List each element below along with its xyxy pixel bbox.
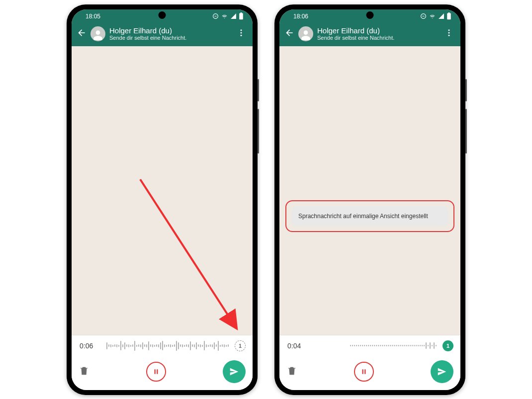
svg-rect-12 [447, 13, 451, 20]
view-once-number: 1 [446, 343, 449, 349]
recording-bar: 0:04 1 [279, 335, 460, 356]
header-subtitle: Sende dir selbst eine Nachricht. [109, 35, 231, 41]
battery-icon [239, 12, 244, 20]
status-time: 18:05 [86, 13, 100, 20]
svg-rect-8 [155, 369, 156, 374]
svg-rect-2 [239, 13, 243, 20]
view-once-number: 1 [239, 343, 242, 349]
send-icon [229, 366, 240, 377]
avatar-icon [299, 28, 312, 41]
waveform[interactable] [311, 341, 437, 351]
kebab-icon [237, 28, 246, 37]
minus-circle-icon [212, 13, 219, 19]
avatar[interactable] [90, 26, 105, 41]
svg-point-4 [241, 29, 242, 31]
svg-point-14 [448, 29, 450, 31]
avatar[interactable] [298, 26, 313, 41]
pause-button[interactable] [146, 362, 166, 382]
svg-rect-18 [364, 369, 365, 374]
trash-icon [286, 365, 297, 376]
view-once-toggle[interactable]: 1 [235, 340, 246, 351]
kebab-icon [444, 28, 453, 37]
chat-area[interactable]: Sprachnachricht auf einmalige Ansicht ei… [279, 46, 460, 335]
header-title: Holger Eilhard (du) [109, 26, 231, 35]
signal-icon [230, 13, 237, 19]
back-button[interactable] [284, 28, 294, 40]
screen-left: 18:05 Holger Eilhard (du) Sende dir selb… [72, 9, 253, 390]
annotation-highlight: Sprachnachricht auf einmalige Ansicht ei… [285, 200, 454, 232]
more-menu-button[interactable] [235, 26, 248, 41]
svg-point-15 [448, 32, 450, 33]
screen-right: 18:06 Holger Eilhard (du) Sende dir selb… [279, 9, 460, 390]
status-icons [420, 12, 451, 20]
avatar-icon [91, 28, 104, 41]
recording-bar: 0:06 1 [72, 335, 253, 356]
phone-frame-right: 18:06 Holger Eilhard (du) Sende dir selb… [274, 4, 465, 395]
view-once-toggle[interactable]: 1 [443, 340, 453, 351]
svg-rect-9 [157, 369, 158, 374]
recording-timer: 0:04 [287, 342, 305, 350]
delete-button[interactable] [79, 365, 89, 378]
recording-controls [72, 356, 253, 390]
battery-icon [446, 12, 451, 20]
send-button[interactable] [223, 360, 246, 383]
header-subtitle: Sende dir selbst eine Nachricht. [317, 35, 439, 41]
svg-rect-13 [448, 12, 450, 13]
send-icon [437, 366, 447, 377]
annotation-arrow [136, 175, 246, 334]
svg-point-16 [448, 34, 450, 36]
send-button[interactable] [431, 360, 453, 383]
waveform[interactable] [103, 341, 229, 351]
back-button[interactable] [77, 28, 87, 40]
wifi-icon [429, 13, 436, 19]
phone-frame-left: 18:05 Holger Eilhard (du) Sende dir selb… [67, 4, 258, 395]
trash-icon [79, 365, 89, 376]
svg-rect-3 [241, 12, 242, 13]
signal-icon [438, 13, 444, 19]
pause-button[interactable] [354, 362, 374, 382]
wifi-icon [221, 13, 228, 19]
pause-icon [360, 368, 367, 375]
header-text[interactable]: Holger Eilhard (du) Sende dir selbst ein… [109, 26, 231, 41]
header-text[interactable]: Holger Eilhard (du) Sende dir selbst ein… [317, 26, 439, 41]
chat-header: Holger Eilhard (du) Sende dir selbst ein… [72, 23, 253, 46]
header-title: Holger Eilhard (du) [317, 26, 439, 35]
svg-point-6 [241, 34, 242, 36]
svg-line-7 [140, 179, 235, 325]
chat-header: Holger Eilhard (du) Sende dir selbst ein… [279, 23, 460, 46]
camera-hole [159, 11, 166, 19]
more-menu-button[interactable] [443, 26, 455, 41]
svg-point-5 [241, 32, 242, 33]
toast-message: Sprachnachricht auf einmalige Ansicht ei… [291, 206, 448, 226]
pause-icon [153, 368, 160, 375]
recording-timer: 0:06 [80, 342, 97, 350]
minus-circle-icon [420, 13, 427, 19]
status-time: 18:06 [293, 13, 308, 20]
back-arrow-icon [77, 28, 87, 38]
delete-button[interactable] [286, 365, 297, 378]
back-arrow-icon [284, 28, 294, 38]
svg-rect-17 [362, 369, 363, 374]
chat-area[interactable] [72, 46, 253, 335]
status-icons [212, 12, 244, 20]
toast-text: Sprachnachricht auf einmalige Ansicht ei… [298, 213, 428, 220]
camera-hole [366, 11, 374, 19]
recording-controls [279, 356, 460, 390]
